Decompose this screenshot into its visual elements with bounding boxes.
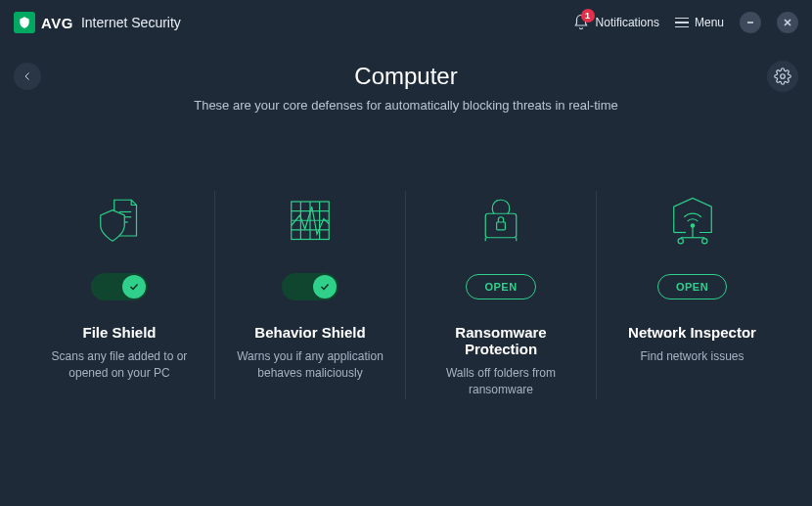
notifications-label: Notifications [596, 16, 659, 29]
logo-icon [14, 12, 35, 33]
behavior-shield-icon [231, 191, 389, 253]
feature-cards: File Shield Scans any file added to or o… [0, 191, 812, 399]
bell-icon: 1 [572, 14, 590, 31]
card-title: Ransomware Protection [422, 324, 580, 357]
settings-button[interactable] [767, 61, 798, 92]
page-subtitle: These are your core defenses for automat… [0, 98, 812, 113]
svg-point-23 [678, 239, 683, 244]
hamburger-icon [675, 18, 689, 28]
notifications-button[interactable]: 1 Notifications [572, 14, 659, 31]
ransomware-icon [422, 191, 580, 253]
notification-badge: 1 [581, 9, 595, 23]
menu-button[interactable]: Menu [675, 16, 724, 29]
card-ransomware-protection: OPEN Ransomware Protection Walls off fol… [406, 191, 597, 399]
top-bar: AVG Internet Security 1 Notifications Me… [0, 0, 812, 45]
page-header: Computer [0, 63, 812, 90]
minimize-button[interactable] [740, 12, 761, 33]
svg-rect-15 [497, 222, 506, 230]
card-description: Warns you if any application behaves mal… [231, 348, 389, 383]
card-title: Behavior Shield [231, 324, 389, 341]
card-description: Scans any file added to or opened on you… [40, 348, 199, 383]
network-open-button[interactable]: OPEN [657, 274, 727, 299]
svg-point-3 [781, 74, 786, 79]
logo-text: AVG [41, 15, 73, 31]
card-file-shield: File Shield Scans any file added to or o… [24, 191, 215, 399]
menu-label: Menu [695, 16, 724, 29]
check-icon [122, 275, 146, 299]
ransomware-open-button[interactable]: OPEN [466, 274, 535, 299]
card-network-inspector: OPEN Network Inspector Find network issu… [597, 191, 788, 399]
card-description: Find network issues [612, 348, 772, 365]
app-logo: AVG Internet Security [14, 12, 181, 33]
file-shield-toggle[interactable] [91, 273, 148, 300]
svg-point-20 [691, 224, 695, 228]
back-button[interactable] [14, 63, 41, 90]
behavior-shield-toggle[interactable] [282, 273, 338, 300]
card-description: Walls off folders from ransomware [422, 365, 580, 399]
card-behavior-shield: Behavior Shield Warns you if any applica… [215, 191, 406, 399]
page-title: Computer [354, 63, 457, 90]
svg-point-24 [701, 239, 706, 244]
network-inspector-icon [612, 191, 772, 253]
card-title: Network Inspector [612, 324, 772, 341]
product-name: Internet Security [81, 15, 181, 30]
close-button[interactable] [777, 12, 798, 33]
check-icon [313, 275, 337, 299]
card-title: File Shield [40, 324, 199, 341]
file-shield-icon [40, 191, 199, 253]
